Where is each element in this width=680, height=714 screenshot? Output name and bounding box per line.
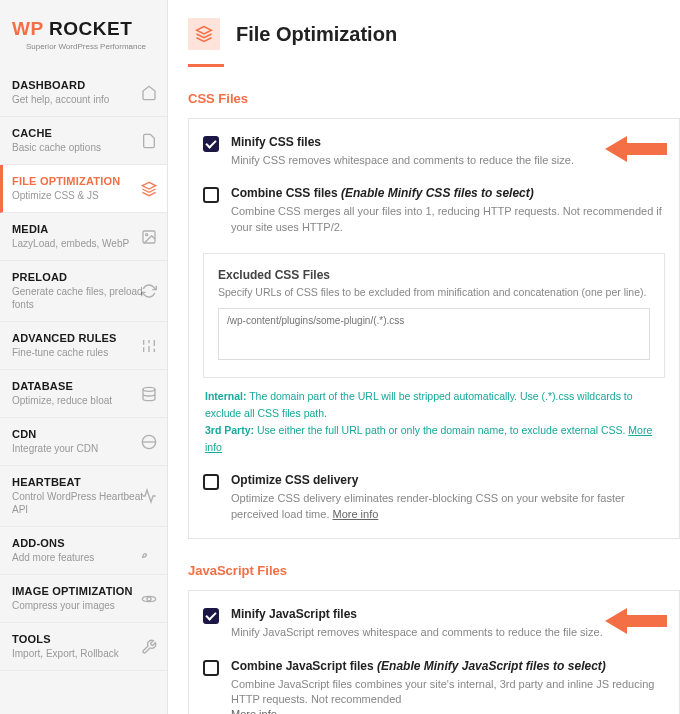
arrow-icon	[605, 133, 667, 165]
logo: WP ROCKET Superior WordPress Performance	[0, 0, 167, 61]
home-icon	[141, 85, 157, 101]
checkbox-combine-js[interactable]	[203, 660, 219, 676]
nav-item-desc: Compress your images	[12, 599, 155, 612]
checkbox-combine-css[interactable]	[203, 187, 219, 203]
svg-point-12	[147, 597, 151, 601]
nav-item-desc: Optimize, reduce bloat	[12, 394, 155, 407]
nav-item-title: PRELOAD	[12, 271, 155, 283]
nav-item-desc: Control WordPress Heartbeat API	[12, 490, 155, 516]
globe-icon	[141, 434, 157, 450]
nav-item-desc: LazyLoad, embeds, WebP	[12, 237, 155, 250]
js-card: Minify JavaScript files Minify JavaScrip…	[188, 590, 680, 714]
refresh-icon	[141, 283, 157, 299]
file-icon	[141, 133, 157, 149]
database-icon	[141, 386, 157, 402]
nav-item-title: ADD-ONS	[12, 537, 155, 549]
svg-marker-16	[605, 608, 667, 634]
logo-rocket: ROCKET	[49, 18, 132, 39]
nav-item-title: DATABASE	[12, 380, 155, 392]
checkbox-minify-css[interactable]	[203, 136, 219, 152]
option-combine-js: Combine JavaScript files (Enable Minify …	[203, 659, 665, 714]
sidebar-nav: DASHBOARDGet help, account infoCACHEBasi…	[0, 69, 167, 671]
minify-js-desc: Minify JavaScript removes whitespace and…	[231, 625, 665, 640]
optimize-css-desc: Optimize CSS delivery eliminates render-…	[231, 491, 665, 522]
minify-js-title: Minify JavaScript files	[231, 607, 665, 621]
nav-item-desc: Get help, account info	[12, 93, 155, 106]
combine-css-title: Combine CSS files (Enable Minify CSS fil…	[231, 186, 665, 200]
sidebar-item-preload[interactable]: PRELOADGenerate cache files, preload fon…	[0, 261, 167, 322]
rocket-icon	[141, 543, 157, 559]
nav-item-title: DASHBOARD	[12, 79, 155, 91]
nav-item-desc: Fine-tune cache rules	[12, 346, 155, 359]
option-minify-css: Minify CSS files Minify CSS removes whit…	[203, 135, 665, 168]
more-info-link[interactable]: More info	[333, 508, 379, 520]
combine-js-title: Combine JavaScript files (Enable Minify …	[231, 659, 665, 673]
nav-item-title: ADVANCED RULES	[12, 332, 155, 344]
sidebar: WP ROCKET Superior WordPress Performance…	[0, 0, 168, 714]
tools-icon	[141, 639, 157, 655]
arrow-icon	[605, 605, 667, 637]
nav-item-title: TOOLS	[12, 633, 155, 645]
section-css-title: CSS Files	[188, 91, 680, 106]
nav-item-title: IMAGE OPTIMIZATION	[12, 585, 155, 597]
minify-css-desc: Minify CSS removes whitespace and commen…	[231, 153, 665, 168]
sidebar-item-dashboard[interactable]: DASHBOARDGet help, account info	[0, 69, 167, 117]
nav-item-title: CACHE	[12, 127, 155, 139]
css-card: Minify CSS files Minify CSS removes whit…	[188, 118, 680, 539]
header-underline	[188, 64, 224, 67]
nav-item-title: HEARTBEAT	[12, 476, 155, 488]
more-info-link[interactable]: More info	[231, 708, 277, 714]
excluded-css-input[interactable]	[218, 308, 650, 360]
excluded-css-box: Excluded CSS Files Specify URLs of CSS f…	[203, 253, 665, 378]
page-header: File Optimization	[188, 18, 680, 50]
logo-subtitle: Superior WordPress Performance	[12, 42, 155, 51]
svg-point-2	[146, 233, 148, 235]
galaxy-icon	[141, 591, 157, 607]
heart-icon	[141, 488, 157, 504]
combine-js-desc: Combine JavaScript files combines your s…	[231, 677, 665, 714]
section-js-title: JavaScript Files	[188, 563, 680, 578]
page-title: File Optimization	[236, 23, 397, 46]
option-optimize-css: Optimize CSS delivery Optimize CSS deliv…	[203, 473, 665, 522]
layers-icon	[141, 181, 157, 197]
nav-item-title: FILE OPTIMIZATION	[12, 175, 155, 187]
svg-marker-0	[142, 182, 155, 189]
minify-css-title: Minify CSS files	[231, 135, 665, 149]
checkbox-minify-js[interactable]	[203, 608, 219, 624]
combine-css-desc: Combine CSS merges all your files into 1…	[231, 204, 665, 235]
nav-item-desc: Optimize CSS & JS	[12, 189, 155, 202]
main-content: File Optimization CSS Files Minify CSS f…	[168, 0, 680, 714]
excluded-css-desc: Specify URLs of CSS files to be excluded…	[218, 286, 650, 298]
image-icon	[141, 229, 157, 245]
sliders-icon	[141, 338, 157, 354]
sidebar-item-cdn[interactable]: CDNIntegrate your CDN	[0, 418, 167, 466]
sidebar-item-tools[interactable]: TOOLSImport, Export, Rollback	[0, 623, 167, 671]
sidebar-item-image-optimization[interactable]: IMAGE OPTIMIZATIONCompress your images	[0, 575, 167, 623]
nav-item-desc: Add more features	[12, 551, 155, 564]
nav-item-title: MEDIA	[12, 223, 155, 235]
nav-item-desc: Integrate your CDN	[12, 442, 155, 455]
sidebar-item-database[interactable]: DATABASEOptimize, reduce bloat	[0, 370, 167, 418]
sidebar-item-cache[interactable]: CACHEBasic cache options	[0, 117, 167, 165]
svg-marker-15	[605, 136, 667, 162]
svg-point-9	[143, 387, 155, 391]
sidebar-item-add-ons[interactable]: ADD-ONSAdd more features	[0, 527, 167, 575]
layers-icon	[188, 18, 220, 50]
optimize-css-title: Optimize CSS delivery	[231, 473, 665, 487]
excluded-css-title: Excluded CSS Files	[218, 268, 650, 282]
css-notes: Internal: The domain part of the URL wil…	[205, 388, 665, 455]
sidebar-item-media[interactable]: MEDIALazyLoad, embeds, WebP	[0, 213, 167, 261]
sidebar-item-advanced-rules[interactable]: ADVANCED RULESFine-tune cache rules	[0, 322, 167, 370]
nav-item-desc: Import, Export, Rollback	[12, 647, 155, 660]
nav-item-desc: Basic cache options	[12, 141, 155, 154]
option-minify-js: Minify JavaScript files Minify JavaScrip…	[203, 607, 665, 640]
svg-marker-14	[197, 27, 212, 35]
nav-item-title: CDN	[12, 428, 155, 440]
nav-item-desc: Generate cache files, preload fonts	[12, 285, 155, 311]
sidebar-item-file-optimization[interactable]: FILE OPTIMIZATIONOptimize CSS & JS	[0, 165, 167, 213]
option-combine-css: Combine CSS files (Enable Minify CSS fil…	[203, 186, 665, 235]
logo-wp: WP	[12, 18, 43, 39]
checkbox-optimize-css[interactable]	[203, 474, 219, 490]
sidebar-item-heartbeat[interactable]: HEARTBEATControl WordPress Heartbeat API	[0, 466, 167, 527]
